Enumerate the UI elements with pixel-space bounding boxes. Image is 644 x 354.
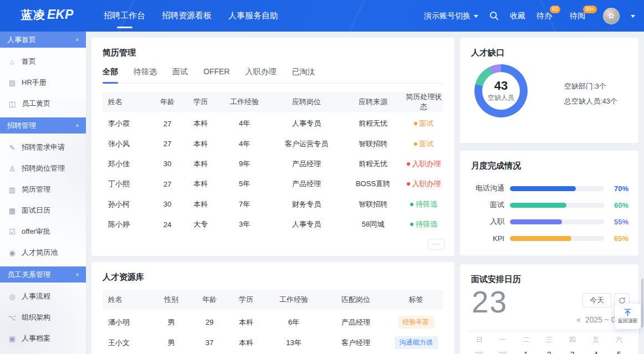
- calendar-current-day: 23: [472, 284, 508, 320]
- sidebar-item[interactable]: ◫ 员工黄页: [0, 93, 86, 114]
- favorites-link[interactable]: 收藏: [510, 11, 525, 21]
- tab-all[interactable]: 全部: [103, 67, 118, 77]
- status-dot-icon: [407, 162, 410, 166]
- progress-value: 60%: [604, 201, 628, 209]
- sidebar-item-icon: ✎: [8, 143, 17, 152]
- sidebar-item[interactable]: ▤ HR手册: [0, 72, 86, 93]
- nav-tab-recruit-dashboard[interactable]: 招聘资源看板: [162, 11, 212, 21]
- table-row[interactable]: 陈小婷 24 大专 3年 人事专员 58同城 待筛选: [103, 214, 443, 234]
- sidebar-item[interactable]: ♙ 招聘岗位管理: [0, 158, 86, 179]
- cell-source: 智联招聘: [342, 139, 404, 149]
- toread-link[interactable]: 待阅 99+: [570, 11, 585, 21]
- sidebar-item-label: 简历管理: [22, 184, 50, 194]
- cell-edu: 本科: [228, 338, 264, 348]
- monthly-card-title: 月度完成情况: [460, 151, 638, 171]
- todo-link[interactable]: 待办 60: [536, 11, 552, 21]
- sidebar-item[interactable]: ▦ 面试日历: [0, 200, 86, 221]
- cell-edu: 本科: [183, 159, 218, 169]
- sidebar-section-recruiting[interactable]: 招聘管理 ∧: [0, 117, 86, 134]
- calendar-dates-row: 29 30 1 2 3 4 5: [468, 350, 631, 354]
- sidebar-item-label: 面试日历: [22, 206, 50, 216]
- cell-position: 产品经理: [323, 317, 389, 327]
- sidebar-item-label: 招聘岗位管理: [22, 163, 65, 173]
- more-button[interactable]: ···: [428, 239, 444, 250]
- logo-en: EKP: [47, 7, 73, 22]
- sidebar-item[interactable]: ✎ 招聘需求申请: [0, 137, 86, 158]
- cell-age: 27: [151, 180, 183, 188]
- table-row[interactable]: 孙小柯 30 本科 7年 财务专员 智联招聘 待筛选: [103, 194, 443, 214]
- calendar-date[interactable]: 30: [491, 350, 514, 354]
- cell-source: BOSS直聘: [342, 179, 404, 189]
- today-button[interactable]: 今天: [582, 293, 611, 307]
- logo-cn: 蓝凌: [21, 7, 45, 23]
- calendar-date[interactable]: 1: [514, 350, 538, 354]
- sidebar-item-label: 首页: [22, 57, 36, 66]
- sidebar-item-icon: ◎: [8, 293, 17, 301]
- nav-tab-hr-selfservice[interactable]: 人事服务自助: [228, 11, 278, 21]
- cell-edu: 本科: [228, 317, 264, 327]
- sidebar-item[interactable]: ◉ 人才简历池: [0, 242, 86, 263]
- talent-card-title: 人才资源库: [91, 262, 454, 283]
- table-row[interactable]: 丁小熙 27 本科 5年 产品经理 BOSS直聘 入职办理: [103, 174, 443, 194]
- cell-exp: 9年: [218, 159, 271, 169]
- table-row[interactable]: 张小风 27 本科 4年 客户运营专员 智联招聘 面试: [103, 134, 443, 153]
- table-row[interactable]: 郑小佳 30 本科 9年 产品经理 前程无忧 入职办理: [103, 154, 443, 174]
- table-row[interactable]: 潘小明 男 29 本科 6年 产品经理 经验丰富: [103, 312, 443, 332]
- status-text: 面试: [420, 139, 434, 149]
- calendar-date[interactable]: 29: [468, 350, 491, 354]
- sidebar-section-hr-home[interactable]: 人事首页 ∧: [0, 32, 86, 48]
- sidebar-section-employee-relations[interactable]: 员工关系管理 ∧: [0, 266, 86, 283]
- table-row[interactable]: 李小霞 27 本科 4年 人事专员 前程无忧 面试: [103, 114, 443, 134]
- sidebar-item[interactable]: ⌂ 首页: [0, 51, 86, 72]
- calendar-date[interactable]: 5: [607, 350, 631, 354]
- calendar-date[interactable]: 3: [561, 350, 584, 354]
- account-switch[interactable]: 演示账号切换: [424, 11, 478, 21]
- avatar-chevron-down-icon[interactable]: [631, 15, 635, 18]
- sidebar-item[interactable]: ⌥ 组织架构: [0, 307, 86, 328]
- calendar-date[interactable]: 2: [538, 350, 561, 354]
- tab-to-screen[interactable]: 待筛选: [134, 67, 157, 77]
- sidebar-item-label: offer审批: [22, 227, 50, 237]
- table-row[interactable]: 王小文 男 37 本科 13年 客户经理 沟通能力强: [103, 332, 443, 353]
- progress-label: 入职: [470, 217, 504, 227]
- progress-row: KPI 65%: [460, 230, 638, 247]
- cell-position: 人事专员: [271, 219, 342, 229]
- cell-tag: 沟通能力强: [389, 336, 443, 349]
- cell-exp: 13年: [264, 338, 323, 348]
- sidebar-item[interactable]: ☑ offer审批: [0, 221, 86, 242]
- tab-onboarding[interactable]: 入职办理: [245, 67, 276, 77]
- progress-track: [510, 186, 604, 191]
- sidebar-item[interactable]: ▣ 人事档案: [0, 328, 86, 349]
- sidebar-item[interactable]: ◎ 人事流程: [0, 286, 86, 307]
- nav-tab-recruit-workbench[interactable]: 招聘工作台: [104, 11, 145, 21]
- cell-name: 陈小婷: [103, 219, 151, 229]
- app-logo: 蓝凌 EKP: [21, 7, 73, 23]
- tab-offer[interactable]: OFFER: [203, 67, 229, 77]
- search-icon[interactable]: [489, 11, 499, 20]
- user-avatar[interactable]: ✿: [603, 8, 620, 24]
- resume-management-card: 简历管理 全部 待筛选 面试 OFFER 入职办理 已淘汰 姓名 年龄 学历 工…: [91, 38, 454, 256]
- prev-month-arrow[interactable]: <: [576, 316, 581, 324]
- calendar-date[interactable]: 4: [584, 350, 607, 354]
- sidebar-section-recruiting-items: ✎ 招聘需求申请 ♙ 招聘岗位管理 ▥ 简历管理 ▦ 面试日历: [0, 134, 86, 266]
- talent-tag-badge: 沟通能力强: [395, 336, 438, 349]
- page-scrollbar-thumb[interactable]: [641, 279, 643, 327]
- status-badge: 入职办理: [404, 159, 443, 169]
- toread-badge: 99+: [583, 6, 597, 13]
- tab-eliminated[interactable]: 已淘汰: [292, 67, 315, 77]
- talent-tag-badge: 经验丰富: [398, 316, 435, 329]
- back-to-top-button[interactable]: 返回顶部: [615, 304, 641, 329]
- cell-exp: 4年: [218, 139, 271, 149]
- chevron-down-icon: [474, 15, 478, 18]
- status-dot-icon: [414, 142, 417, 146]
- gap-total-stat: 总空缺人员:43个: [564, 94, 617, 109]
- sidebar-item-icon: ▥: [8, 186, 17, 194]
- progress-label: 面试: [470, 200, 504, 210]
- talent-pool-card: 人才资源库 姓名 性别 年龄 学历 工作经验 匹配岗位 标签 潘小明 男 29 …: [91, 262, 454, 354]
- cell-position: 客户运营专员: [271, 139, 342, 149]
- sidebar-item[interactable]: ▥ 简历管理: [0, 179, 86, 200]
- sidebar-item-icon: ♙: [8, 165, 17, 173]
- resume-tabs: 全部 待筛选 面试 OFFER 入职办理 已淘汰: [103, 67, 443, 84]
- collapse-icon: ∧: [75, 37, 79, 42]
- tab-interview[interactable]: 面试: [172, 67, 188, 77]
